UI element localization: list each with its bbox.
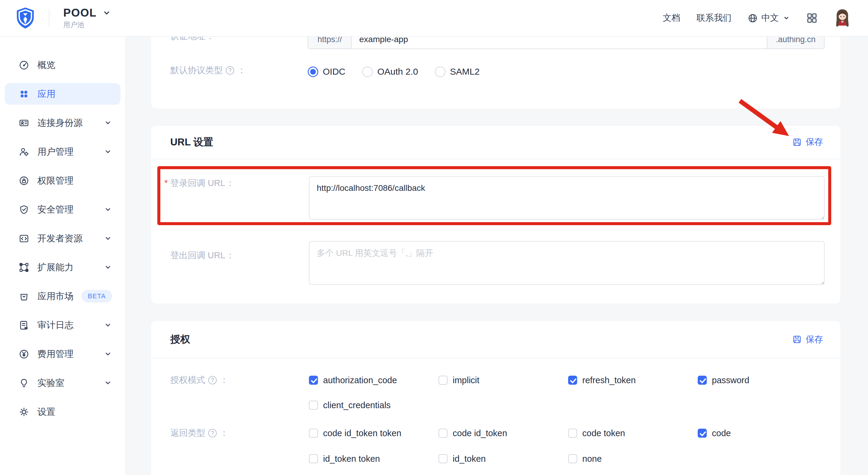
avatar[interactable]	[834, 8, 851, 28]
document-log-icon	[19, 320, 29, 331]
required-asterisk: *	[164, 178, 168, 189]
save-button[interactable]: 保存	[792, 334, 823, 346]
login-callback-label: * 登录回调 URL：	[164, 177, 235, 189]
shopping-bag-icon	[19, 291, 29, 302]
userpool-subtitle: 用户池	[63, 20, 111, 30]
sidebar-item-permission-management[interactable]: 权限管理	[5, 170, 121, 192]
sidebar-item-label: 权限管理	[37, 175, 112, 187]
radio-oidc[interactable]: OIDC	[308, 67, 345, 77]
checkbox-box	[698, 376, 707, 385]
contact-link[interactable]: 联系我们	[696, 12, 732, 24]
sidebar-item-laboratory[interactable]: 实验室	[5, 372, 121, 394]
radio-oauth2[interactable]: OAuth 2.0	[362, 67, 418, 77]
basic-settings-card: 认证地址： https:// .authing.cn 默认协议类型 ? ： OI…	[151, 37, 841, 109]
url-settings-header: URL 设置 保存	[151, 126, 841, 159]
checkbox-idtoken-token[interactable]: id_token token	[309, 454, 438, 464]
docs-link[interactable]: 文档	[663, 12, 680, 24]
radio-dot	[362, 67, 373, 77]
radio-dot	[308, 67, 318, 77]
sidebar-item-billing-management[interactable]: 费用管理	[5, 343, 121, 365]
login-callback-textarea[interactable]: http://localhost:7086/callback	[309, 176, 825, 220]
apps-dots-icon	[19, 89, 29, 99]
main-content: 认证地址： https:// .authing.cn 默认协议类型 ? ： OI…	[126, 37, 868, 475]
checkbox-code-idtoken-token[interactable]: code id_token token	[309, 428, 438, 438]
checkbox-refresh-token[interactable]: refresh_token	[568, 375, 698, 385]
sidebar-item-developer-resources[interactable]: 开发者资源	[5, 228, 121, 249]
sidebar-item-label: 设置	[37, 406, 112, 418]
checkbox-box	[568, 429, 577, 438]
apps-grid-icon[interactable]	[807, 13, 817, 24]
gear-icon	[19, 407, 29, 417]
checkbox-box	[309, 454, 318, 463]
sidebar-item-label: 开发者资源	[37, 232, 104, 245]
checkbox-idtoken[interactable]: id_token	[438, 454, 568, 464]
sidebar-item-applications[interactable]: 应用	[5, 83, 121, 105]
response-type-row-1: code id_token token code id_token code t…	[309, 427, 827, 439]
response-type-label: 返回类型 ? ：	[170, 427, 228, 439]
header-divider	[49, 9, 50, 27]
sidebar-item-label: 费用管理	[37, 348, 104, 360]
userpool-name: POOL	[63, 7, 97, 19]
section-title: 授权	[170, 333, 190, 346]
gauge-icon	[19, 60, 29, 70]
checkbox-authorization-code[interactable]: authorization_code	[309, 375, 438, 385]
lock-circle-icon	[19, 175, 29, 186]
chevron-down-icon	[104, 147, 112, 156]
checkbox-box	[309, 401, 318, 410]
checkbox-implicit[interactable]: implicit	[438, 375, 568, 385]
language-selector[interactable]: 中文	[748, 12, 790, 24]
sidebar-item-audit-logs[interactable]: 审计日志	[5, 314, 121, 336]
sidebar: 概览 应用 连接身份源 用户管理 权限管理 安全管理 开发者资源 扩展能力 应用…	[0, 37, 126, 475]
radio-saml2[interactable]: SAML2	[435, 67, 479, 77]
save-icon	[792, 335, 802, 344]
chevron-down-icon	[104, 379, 112, 387]
checkbox-none[interactable]: none	[568, 454, 698, 464]
checkbox-code-token[interactable]: code token	[568, 428, 698, 438]
sidebar-item-label: 实验室	[37, 377, 104, 389]
checkbox-client-credentials[interactable]: client_credentials	[309, 400, 438, 410]
checkbox-password[interactable]: password	[698, 375, 827, 385]
auth-address-input-group: https:// .authing.cn	[308, 37, 825, 49]
authorization-card: 授权 保存 授权模式 ? ： authorization_code implic…	[151, 320, 841, 475]
authing-console-page: { "ui": { "colon": "：", "asterisk": "*",…	[0, 0, 868, 475]
grant-mode-row-2: client_credentials	[309, 399, 438, 411]
sidebar-item-settings[interactable]: 设置	[5, 401, 121, 422]
checkbox-box	[568, 376, 577, 385]
sidebar-item-app-marketplace[interactable]: 应用市场 BETA	[5, 285, 121, 307]
checkbox-code-idtoken[interactable]: code id_token	[438, 428, 568, 438]
checkbox-box	[568, 454, 577, 463]
sidebar-item-identity-sources[interactable]: 连接身份源	[5, 112, 121, 134]
checkbox-code[interactable]: code	[698, 428, 827, 438]
sidebar-item-label: 概览	[37, 59, 112, 71]
auth-address-label: 认证地址：	[170, 37, 215, 42]
chevron-down-icon	[104, 205, 112, 214]
sidebar-item-label: 用户管理	[37, 146, 104, 158]
logout-callback-textarea[interactable]	[309, 241, 825, 285]
chevron-down-icon	[102, 8, 111, 18]
save-button[interactable]: 保存	[792, 136, 823, 148]
chevron-down-icon	[104, 234, 112, 243]
checkbox-box	[438, 376, 447, 385]
auth-address-input[interactable]	[352, 37, 767, 48]
help-icon[interactable]: ?	[208, 429, 217, 437]
authing-logo-icon	[16, 7, 35, 29]
checkbox-box	[698, 429, 707, 438]
checkbox-box	[309, 376, 318, 385]
lightbulb-icon	[19, 378, 29, 388]
chevron-down-icon	[104, 321, 112, 329]
logout-callback-label: 登出回调 URL：	[170, 249, 235, 262]
sidebar-item-overview[interactable]: 概览	[5, 54, 121, 76]
sidebar-item-user-management[interactable]: 用户管理	[5, 141, 121, 163]
sidebar-item-extension-capabilities[interactable]: 扩展能力	[5, 257, 121, 278]
url-prefix-addon: https://	[308, 37, 352, 48]
url-settings-card: URL 设置 保存 * 登录回调 URL： http://localhost:7…	[151, 125, 841, 304]
id-card-icon	[19, 118, 29, 128]
userpool-switcher[interactable]: POOL 用户池	[63, 7, 111, 30]
sidebar-item-security-management[interactable]: 安全管理	[5, 199, 121, 220]
help-icon[interactable]: ?	[208, 376, 217, 384]
help-icon[interactable]: ?	[226, 66, 234, 75]
chevron-down-icon	[104, 263, 112, 272]
sidebar-item-label: 连接身份源	[37, 117, 104, 129]
sidebar-item-label: 安全管理	[37, 203, 104, 216]
checkbox-box	[438, 429, 447, 438]
